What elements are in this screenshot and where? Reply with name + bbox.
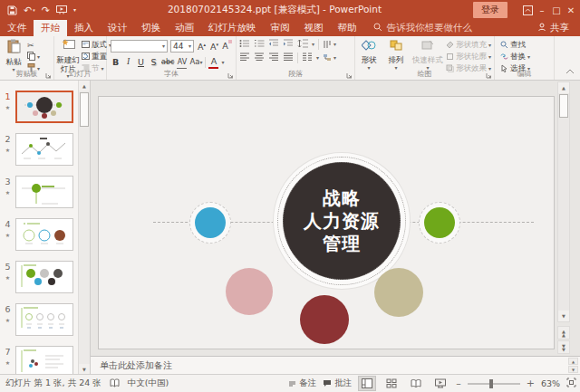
zoom-out-button[interactable]: – xyxy=(456,378,461,389)
green-circle-shape[interactable] xyxy=(424,207,455,238)
next-slide-button[interactable]: ▼▼ xyxy=(557,340,570,354)
clear-formatting-button[interactable]: A xyxy=(222,40,232,52)
center-circle-shape[interactable]: 战略 人力资源 管理 xyxy=(274,153,410,289)
maximize-button[interactable]: □ xyxy=(549,1,564,19)
zoom-level[interactable]: 63% xyxy=(541,378,560,388)
drawing-dialog-launcher[interactable] xyxy=(486,72,492,78)
zoom-in-button[interactable]: + xyxy=(527,378,535,389)
ribbon-options-icon[interactable] xyxy=(520,1,535,19)
character-spacing-button[interactable]: AV xyxy=(177,56,187,69)
align-left-icon[interactable] xyxy=(239,53,250,63)
grow-font-button[interactable]: A▴ xyxy=(197,39,207,53)
new-slide-button[interactable]: 新建幻灯片 ▾ xyxy=(54,36,82,71)
replace-button[interactable]: 替换▾ xyxy=(500,52,554,62)
paragraph-dialog-launcher[interactable] xyxy=(346,72,353,78)
paste-button[interactable]: 粘贴 ▾ xyxy=(0,36,27,71)
tell-me-search[interactable]: 告诉我你想要做什么 xyxy=(373,20,473,36)
scroll-up-icon[interactable]: ▲ xyxy=(558,82,569,93)
tab-insert[interactable]: 插入 xyxy=(67,20,101,36)
tab-home[interactable]: 开始 xyxy=(34,20,67,36)
convert-smartart-button[interactable]: ▾ xyxy=(323,53,336,63)
fit-slide-to-window-icon[interactable] xyxy=(566,378,576,389)
arrange-button[interactable]: 排列 ▾ xyxy=(382,36,410,71)
slide-thumbnail-6[interactable]: 6★ xyxy=(0,303,78,336)
increase-indent-icon[interactable] xyxy=(283,39,294,50)
slide-thumbnail-4[interactable]: 4★ xyxy=(0,218,78,251)
tab-review[interactable]: 审阅 xyxy=(264,20,297,36)
scroll-down-icon[interactable]: ▼ xyxy=(79,364,90,374)
zoom-slider-thumb[interactable] xyxy=(489,379,493,388)
quick-styles-button[interactable]: 快速样式 ▾ xyxy=(410,36,446,71)
save-icon[interactable] xyxy=(7,5,17,15)
slide-counter[interactable]: 幻灯片 第 1 张, 共 24 张 xyxy=(5,378,102,389)
slide-thumbnail-3[interactable]: 3★ xyxy=(0,176,78,208)
slide-canvas[interactable]: 战略 人力资源 管理 xyxy=(98,96,555,349)
align-center-icon[interactable] xyxy=(254,53,265,63)
tab-slideshow[interactable]: 幻灯片放映 xyxy=(201,20,264,36)
undo-icon[interactable]: ↶▾ xyxy=(24,5,35,15)
collapse-ribbon-icon[interactable] xyxy=(566,67,575,76)
comments-toggle-button[interactable]: 批注 xyxy=(323,378,352,389)
close-button[interactable]: ✕ xyxy=(564,1,578,19)
language-indicator[interactable]: 中文(中国) xyxy=(128,378,169,389)
share-button[interactable]: 共享 xyxy=(537,20,569,36)
line-spacing-icon[interactable] xyxy=(297,39,308,50)
tab-animations[interactable]: 动画 xyxy=(168,20,201,36)
redo-icon[interactable]: ↷ xyxy=(42,5,50,15)
slideshow-view-button[interactable] xyxy=(431,376,450,391)
slide-thumbnail-1[interactable]: 1★ xyxy=(0,91,78,123)
pink-circle-shape[interactable] xyxy=(226,268,273,315)
notes-placeholder[interactable]: 单击此处添加备注 xyxy=(100,359,172,372)
slide-thumbnail-2[interactable]: 2★ xyxy=(0,133,78,166)
tab-help[interactable]: 帮助 xyxy=(331,20,364,36)
scrollbar-thumb[interactable] xyxy=(80,92,89,127)
bold-button[interactable]: B xyxy=(111,56,121,68)
italic-button[interactable]: I xyxy=(123,56,133,68)
copy-button[interactable]: ▾ xyxy=(27,52,40,62)
slide-sorter-view-button[interactable] xyxy=(382,376,401,391)
font-name-combo[interactable]: ▾ xyxy=(111,40,168,53)
align-right-icon[interactable] xyxy=(268,53,279,63)
zoom-slider[interactable] xyxy=(468,383,520,385)
slide-thumbnail-7[interactable]: 7★ xyxy=(0,346,78,374)
scrollbar-thumb[interactable] xyxy=(559,94,568,118)
shapes-button[interactable]: 形状 ▾ xyxy=(355,36,382,71)
shape-fill-button[interactable]: 形状填充▾ xyxy=(446,40,491,51)
underline-button[interactable]: U xyxy=(136,56,146,68)
blue-circle-shape[interactable] xyxy=(195,207,226,238)
bullets-icon[interactable] xyxy=(239,39,250,50)
thumbnail-scrollbar[interactable]: ▲ ▼ xyxy=(78,81,90,374)
decrease-indent-icon[interactable] xyxy=(268,39,279,50)
spellcheck-icon[interactable] xyxy=(110,378,120,389)
tan-circle-shape[interactable] xyxy=(374,268,423,317)
tab-transitions[interactable]: 切换 xyxy=(134,20,168,36)
change-case-button[interactable]: Aa▾ xyxy=(189,56,202,68)
scroll-down-icon[interactable]: ▼ xyxy=(568,366,578,373)
columns-icon[interactable] xyxy=(302,53,313,63)
normal-view-button[interactable] xyxy=(358,376,376,391)
notes-toggle-button[interactable]: 备注 xyxy=(288,378,316,389)
shrink-font-button[interactable]: A▾ xyxy=(209,39,219,53)
previous-slide-button[interactable]: ▲▲ xyxy=(557,326,570,339)
numbering-icon[interactable] xyxy=(254,39,265,50)
justify-icon[interactable] xyxy=(283,53,294,63)
scroll-up-icon[interactable]: ▲ xyxy=(79,81,90,91)
signin-button[interactable]: 登录 xyxy=(473,2,508,18)
editor-scrollbar[interactable]: ▲ ▼ xyxy=(557,81,570,322)
scroll-down-icon[interactable]: ▼ xyxy=(558,311,569,321)
maroon-circle-shape[interactable] xyxy=(300,295,349,344)
find-button[interactable]: 查找 xyxy=(500,40,554,51)
font-size-combo[interactable]: 44▾ xyxy=(170,40,194,53)
text-direction-button[interactable]: ▾ xyxy=(323,39,336,50)
tab-view[interactable]: 视图 xyxy=(297,20,331,36)
strikethrough-button[interactable]: abc xyxy=(161,56,174,68)
notes-pane[interactable]: 单击此处添加备注 ▲ ▼ xyxy=(91,356,580,374)
start-slideshow-icon[interactable] xyxy=(56,5,67,14)
tab-file[interactable]: 文件 xyxy=(0,20,34,36)
reading-view-button[interactable] xyxy=(407,376,425,391)
scroll-up-icon[interactable]: ▲ xyxy=(568,358,578,365)
font-color-button[interactable]: A xyxy=(208,55,218,69)
minimize-button[interactable]: – xyxy=(535,1,549,19)
clipboard-dialog-launcher[interactable] xyxy=(45,72,52,78)
tab-design[interactable]: 设计 xyxy=(101,20,134,36)
